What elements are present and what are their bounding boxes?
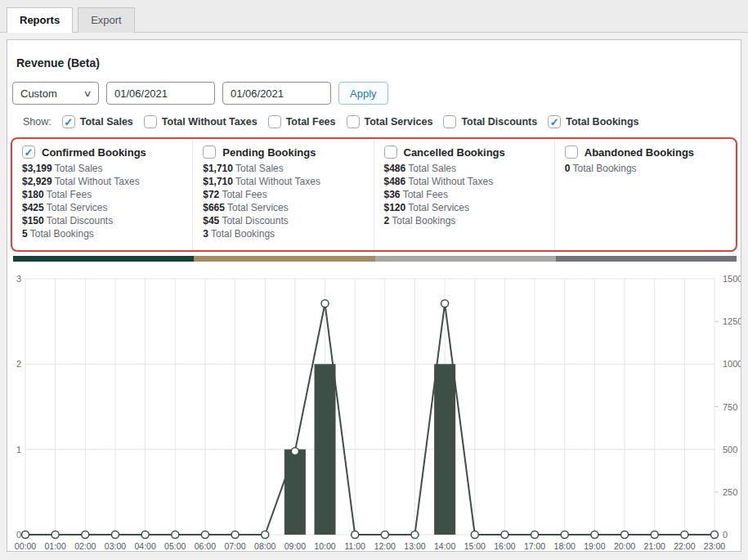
stat-value: $120: [384, 202, 406, 213]
stat-label: Total Discounts: [219, 215, 289, 226]
data-point-marker[interactable]: [231, 531, 239, 538]
show-option-total-fees[interactable]: Total Fees: [268, 115, 336, 128]
stat-value: $36: [384, 189, 401, 200]
card-header[interactable]: Pending Bookings: [203, 146, 363, 159]
card-header[interactable]: Abandoned Bookings: [565, 146, 726, 159]
stat-label: Total Bookings: [570, 163, 636, 174]
data-point-marker[interactable]: [321, 299, 329, 307]
checkbox-cancelled-bookings[interactable]: [384, 146, 397, 159]
data-point-marker[interactable]: [681, 531, 688, 538]
checkbox-total-without-taxes[interactable]: [144, 115, 157, 128]
stat-total-services: $425 Total Services: [22, 202, 182, 215]
booking-status-cards: ✓Confirmed Bookings$3,199 Total Sales$2,…: [11, 137, 737, 252]
data-point-marker[interactable]: [22, 531, 29, 538]
x-axis-label: 11:00: [344, 541, 365, 551]
booking-bar[interactable]: [434, 364, 455, 535]
data-point-marker[interactable]: [411, 531, 419, 538]
show-option-label: Total Discounts: [461, 116, 537, 128]
stat-label: Total Sales: [405, 163, 456, 174]
data-point-marker[interactable]: [591, 531, 598, 538]
data-point-marker[interactable]: [52, 531, 59, 538]
stat-total-sales: $1,710 Total Sales: [203, 163, 363, 176]
data-point-marker[interactable]: [172, 531, 179, 538]
x-axis-label: 03:00: [105, 541, 126, 551]
checkbox-total-sales[interactable]: ✓: [62, 115, 75, 128]
data-point-marker[interactable]: [531, 531, 539, 538]
stat-total-sales: $486 Total Sales: [384, 163, 544, 176]
checkbox-total-fees[interactable]: [268, 115, 281, 128]
stat-total-bookings: 2 Total Bookings: [384, 215, 544, 228]
stat-value: 3: [203, 228, 208, 240]
show-option-total-bookings[interactable]: ✓Total Bookings: [548, 115, 638, 128]
data-point-marker[interactable]: [561, 531, 568, 538]
stat-total-discounts: $45 Total Discounts: [203, 215, 363, 228]
x-axis-label: 19:00: [584, 541, 605, 551]
status-color-strip: [13, 256, 737, 262]
data-point-marker[interactable]: [262, 531, 269, 538]
booking-bar[interactable]: [315, 364, 336, 535]
show-option-total-without-taxes[interactable]: Total Without Taxes: [144, 115, 258, 128]
stat-value: $72: [203, 189, 219, 200]
filter-row: Custom ∨ Apply: [12, 82, 737, 105]
x-axis-label: 16:00: [494, 541, 515, 551]
stat-label: Total Discounts: [44, 215, 114, 226]
data-point-marker[interactable]: [711, 531, 719, 538]
page-title: Revenue (Beta): [16, 56, 737, 69]
date-to-input[interactable]: [222, 82, 331, 105]
data-point-marker[interactable]: [501, 531, 508, 538]
checkbox-confirmed-bookings[interactable]: ✓: [22, 146, 35, 159]
checkbox-abandoned-bookings[interactable]: [565, 146, 578, 159]
x-axis-label: 07:00: [224, 541, 245, 551]
checkbox-total-discounts[interactable]: [443, 115, 456, 128]
strip-segment-abandoned-bookings: [556, 256, 737, 262]
right-axis-label: 1250: [723, 316, 741, 326]
show-option-label: Total Sales: [80, 116, 133, 128]
x-axis-label: 00:00: [15, 541, 36, 551]
show-option-total-sales[interactable]: ✓Total Sales: [62, 115, 133, 128]
stat-label: Total Without Taxes: [233, 176, 320, 187]
x-axis-label: 01:00: [45, 541, 66, 551]
show-option-total-discounts[interactable]: Total Discounts: [443, 115, 537, 128]
data-point-marker[interactable]: [201, 531, 208, 538]
data-point-marker[interactable]: [111, 531, 119, 538]
data-point-marker[interactable]: [381, 531, 388, 538]
stat-total-without-taxes: $2,929 Total Without Taxes: [22, 176, 182, 189]
checkbox-pending-bookings[interactable]: [203, 146, 216, 159]
stat-label: Total Fees: [44, 189, 92, 200]
date-from-input[interactable]: [106, 82, 215, 105]
apply-button[interactable]: Apply: [338, 82, 388, 105]
card-header[interactable]: Cancelled Bookings: [384, 146, 544, 159]
data-point-marker[interactable]: [441, 299, 449, 307]
data-point-marker[interactable]: [82, 531, 89, 538]
booking-bar[interactable]: [284, 449, 306, 534]
data-point-marker[interactable]: [352, 531, 359, 538]
checkbox-total-services[interactable]: [347, 115, 360, 128]
data-point-marker[interactable]: [141, 531, 149, 538]
data-point-marker[interactable]: [291, 447, 298, 455]
tab-reports[interactable]: Reports: [7, 7, 73, 33]
data-point-marker[interactable]: [471, 531, 478, 538]
x-axis-label: 21:00: [644, 541, 665, 551]
stat-total-bookings: 3 Total Bookings: [203, 228, 363, 241]
date-range-select[interactable]: Custom ∨: [12, 82, 99, 105]
checkbox-total-bookings[interactable]: ✓: [548, 115, 561, 128]
stat-total-fees: $72 Total Fees: [203, 189, 363, 202]
data-point-marker[interactable]: [651, 531, 658, 538]
stat-value: $45: [203, 215, 219, 226]
right-axis-label: 1000: [723, 359, 741, 369]
tab-export[interactable]: Export: [78, 7, 135, 33]
right-axis-label: 0: [723, 530, 728, 540]
x-axis-label: 06:00: [195, 541, 216, 551]
report-panel: Revenue (Beta) Custom ∨ Apply Show: ✓Tot…: [7, 39, 741, 552]
data-point-marker[interactable]: [621, 531, 629, 538]
card-header[interactable]: ✓Confirmed Bookings: [22, 146, 182, 159]
show-option-total-services[interactable]: Total Services: [347, 115, 433, 128]
x-axis-label: 23:00: [704, 541, 725, 551]
stat-label: Total Fees: [401, 189, 448, 200]
card-title: Abandoned Bookings: [585, 146, 694, 159]
tab-bar: Reports Export: [0, 0, 748, 33]
x-axis-label: 12:00: [374, 541, 396, 551]
left-axis-label: 1: [16, 444, 21, 454]
x-axis-label: 14:00: [434, 541, 455, 551]
sales-line: [25, 303, 714, 535]
